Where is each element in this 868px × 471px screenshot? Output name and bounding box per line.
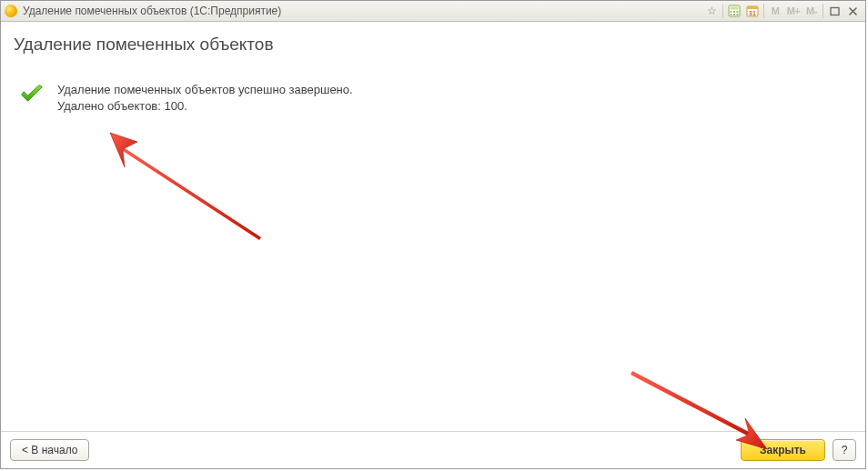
titlebar-icons: ☆ 31: [702, 3, 862, 19]
calculator-icon[interactable]: [725, 3, 743, 19]
separator: [823, 4, 823, 18]
maximize-button[interactable]: [825, 3, 843, 19]
separator: [763, 4, 764, 18]
close-action-button[interactable]: Закрыть: [741, 439, 825, 461]
memory-mminus-button[interactable]: M-: [802, 3, 821, 19]
svg-rect-6: [733, 14, 735, 15]
svg-rect-1: [731, 7, 739, 10]
page-title: Удаление помеченных объектов: [1, 22, 865, 64]
svg-rect-11: [831, 7, 839, 15]
favorite-icon[interactable]: ☆: [702, 3, 721, 19]
svg-rect-3: [733, 11, 735, 13]
svg-text:31: 31: [749, 10, 756, 16]
svg-rect-5: [731, 14, 732, 15]
success-check-icon: [19, 84, 45, 107]
svg-rect-2: [731, 11, 732, 13]
result-count-line: Удалено объектов: 100.: [57, 98, 353, 115]
client-area: Удаление помеченных объектов: [1, 22, 865, 468]
app-icon: [5, 5, 17, 17]
result-messages: Удаление помеченных объектов успешно зав…: [57, 82, 353, 115]
calendar-icon[interactable]: 31: [743, 3, 762, 19]
window-title: Удаление помеченных объектов (1С:Предпри…: [23, 5, 281, 17]
body-area: Удаление помеченных объектов успешно зав…: [1, 64, 865, 431]
separator: [722, 4, 723, 18]
help-button[interactable]: ?: [833, 439, 856, 461]
footer: < В начало Закрыть ?: [1, 431, 865, 468]
close-button[interactable]: [843, 3, 862, 19]
svg-rect-9: [747, 6, 758, 9]
svg-rect-7: [737, 14, 739, 15]
annotation-arrow-icon: [97, 127, 266, 246]
svg-rect-4: [737, 11, 739, 13]
window-root: Удаление помеченных объектов (1С:Предпри…: [0, 0, 866, 469]
result-row: Удаление помеченных объектов успешно зав…: [19, 82, 853, 115]
memory-mplus-button[interactable]: M+: [784, 3, 802, 19]
result-success-message: Удаление помеченных объектов успешно зав…: [57, 82, 353, 98]
back-button[interactable]: < В начало: [10, 439, 89, 461]
titlebar: Удаление помеченных объектов (1С:Предпри…: [1, 1, 865, 22]
memory-m-button[interactable]: M: [766, 3, 784, 19]
